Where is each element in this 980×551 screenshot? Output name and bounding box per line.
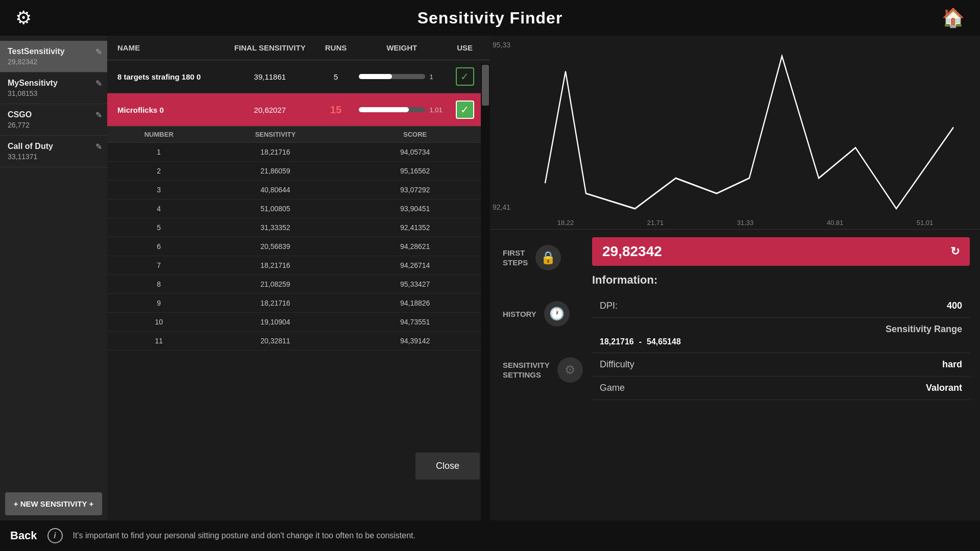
chart-x-labels: 18,2221,7131,3340,8151,01 <box>521 219 970 227</box>
sub-table-header: NUMBER SENSITIVITY SCORE <box>107 127 490 143</box>
dpi-label: DPI: <box>592 294 778 318</box>
sub-row-score-10: 94,73551 <box>345 318 485 326</box>
sidebar-item-value-0: 29,82342 <box>8 58 100 66</box>
history-button[interactable]: HISTORY 🕐 <box>498 296 574 332</box>
edit-icon-3[interactable]: ✎ <box>95 142 102 152</box>
sub-row-sens-4: 51,00805 <box>206 205 346 213</box>
app-title: Sensitivity Finder <box>418 9 563 28</box>
right-panel: 95,33 92,41 18,2221,7131,3340,8151,01 FI… <box>490 36 980 520</box>
sidebar-item-name-0: TestSensitivity <box>8 47 100 56</box>
chart-area: 95,33 92,41 18,2221,7131,3340,8151,01 <box>490 36 980 230</box>
difficulty-value: hard <box>778 353 970 377</box>
sub-row-sens-1: 18,21716 <box>206 148 346 156</box>
chart-x-label-4: 51,01 <box>917 219 934 227</box>
range-label: Sensitivity Range <box>600 324 962 335</box>
history-icon: 🕐 <box>544 301 570 327</box>
back-button[interactable]: Back <box>10 529 37 542</box>
scenario-weight-2: 1,01 <box>359 106 445 114</box>
sub-row-number-8: 8 <box>112 280 206 288</box>
sub-row-score-4: 93,90451 <box>345 205 485 213</box>
sub-row-score-7: 94,26714 <box>345 261 485 269</box>
sidebar-item-3[interactable]: Call of Duty 33,11371 ✎ <box>0 136 107 167</box>
sub-row-number-5: 5 <box>112 223 206 232</box>
information-label: Information: <box>592 273 970 287</box>
sub-row-number-3: 3 <box>112 186 206 194</box>
weight-value-1: 1 <box>429 73 445 81</box>
chart-x-label-0: 18,22 <box>557 219 574 227</box>
sub-row-10: 10 19,10904 94,73551 <box>107 313 490 332</box>
scrollbar[interactable] <box>481 64 490 520</box>
sub-col-sensitivity: SENSITIVITY <box>206 131 346 138</box>
main-table-area: NAME FINAL SENSITIVITY RUNS WEIGHT USE 8… <box>107 36 490 520</box>
edit-icon-2[interactable]: ✎ <box>95 110 102 120</box>
sensitivity-settings-button[interactable]: SENSITIVITY SETTINGS ⚙ <box>498 352 574 388</box>
sub-rows: 1 18,21716 94,05734 2 21,86059 95,16562 … <box>107 143 490 350</box>
sub-row-score-6: 94,28621 <box>345 242 485 251</box>
sub-row-score-2: 95,16562 <box>345 167 485 175</box>
sub-row-5: 5 31,33352 92,41352 <box>107 218 490 237</box>
sub-col-score: SCORE <box>345 131 485 138</box>
first-steps-label: FIRST <box>503 248 528 258</box>
tip-text: It's important to find your personal sit… <box>73 531 415 540</box>
sub-row-score-8: 95,33427 <box>345 280 485 288</box>
top-bar: ⚙ Sensitivity Finder 🏠 <box>0 0 980 36</box>
refresh-icon[interactable]: ↻ <box>950 245 960 258</box>
scrollbar-thumb <box>482 65 489 106</box>
scenario-runs-1: 5 <box>313 72 359 81</box>
sub-row-sens-8: 21,08259 <box>206 280 346 288</box>
bottom-panels: FIRST STEPS 🔒 HISTORY 🕐 SENSITIVITY SETT… <box>490 230 980 520</box>
sub-row-sens-7: 18,21716 <box>206 261 346 269</box>
first-steps-label2: STEPS <box>503 258 528 268</box>
col-use: USE <box>445 43 485 52</box>
close-button[interactable]: Close <box>415 453 480 480</box>
game-label: Game <box>592 377 778 400</box>
scenario-row-1[interactable]: 8 targets strafing 180 0 39,11861 5 1 ✓ <box>107 60 490 93</box>
new-sensitivity-button[interactable]: + NEW SENSITIVITY + <box>5 492 102 515</box>
scenario-row-2[interactable]: Microflicks 0 20,62027 15 1,01 ✓ <box>107 93 490 127</box>
table-header: NAME FINAL SENSITIVITY RUNS WEIGHT USE <box>107 36 490 60</box>
sub-row-number-9: 9 <box>112 299 206 307</box>
sub-row-11: 11 20,32811 94,39142 <box>107 332 490 350</box>
sensitivity-display: 29,82342 ↻ <box>592 237 970 266</box>
scenario-name-1: 8 targets strafing 180 0 <box>112 72 227 81</box>
col-name: NAME <box>112 43 227 52</box>
gear-icon[interactable]: ⚙ <box>15 7 32 29</box>
sidebar-item-0[interactable]: TestSensitivity 29,82342 ✎ <box>0 41 107 72</box>
sidebar-item-value-2: 26,772 <box>8 121 100 129</box>
col-weight: WEIGHT <box>359 43 445 52</box>
use-check-2[interactable]: ✓ <box>456 101 474 119</box>
edit-icon-1[interactable]: ✎ <box>95 79 102 88</box>
sub-row-1: 1 18,21716 94,05734 <box>107 143 490 162</box>
chart-x-label-1: 21,71 <box>647 219 664 227</box>
first-steps-button[interactable]: FIRST STEPS 🔒 <box>498 240 574 276</box>
sub-row-number-11: 11 <box>112 337 206 345</box>
sub-row-sens-11: 20,32811 <box>206 337 346 345</box>
sidebar-item-1[interactable]: MySensitivty 31,08153 ✎ <box>0 72 107 104</box>
sub-row-score-3: 93,07292 <box>345 186 485 194</box>
scenario-name-2: Microflicks 0 <box>112 106 227 114</box>
weight-value-2: 1,01 <box>429 106 445 114</box>
home-icon[interactable]: 🏠 <box>942 7 965 29</box>
chart-y-max: 95,33 <box>493 41 510 49</box>
sidebar-item-2[interactable]: CSGO 26,772 ✎ <box>0 104 107 136</box>
col-runs: RUNS <box>313 43 359 52</box>
sub-row-7: 7 18,21716 94,26714 <box>107 256 490 275</box>
sub-row-sens-3: 40,80644 <box>206 186 346 194</box>
sub-row-2: 2 21,86059 95,16562 <box>107 162 490 181</box>
sidebar-item-name-2: CSGO <box>8 110 100 119</box>
right-bottom-info: 29,82342 ↻ Information: DPI: 400 Sensiti… <box>582 230 980 520</box>
sub-row-number-1: 1 <box>112 148 206 156</box>
edit-icon-0[interactable]: ✎ <box>95 47 102 57</box>
sidebar-item-value-1: 31,08153 <box>8 89 100 97</box>
use-check-1[interactable]: ✓ <box>456 67 474 86</box>
sub-row-number-10: 10 <box>112 318 206 326</box>
chart-svg <box>521 41 970 214</box>
range-min: 18,21716 <box>600 337 634 346</box>
chart-x-label-3: 40,81 <box>827 219 844 227</box>
first-steps-icon: 🔒 <box>535 245 561 270</box>
sidebar-item-value-3: 33,11371 <box>8 153 100 161</box>
bottom-bar: Back i It's important to find your perso… <box>0 520 980 551</box>
sub-row-sens-9: 18,21716 <box>206 299 346 307</box>
scenario-runs-2: 15 <box>313 104 359 116</box>
sub-row-3: 3 40,80644 93,07292 <box>107 181 490 199</box>
